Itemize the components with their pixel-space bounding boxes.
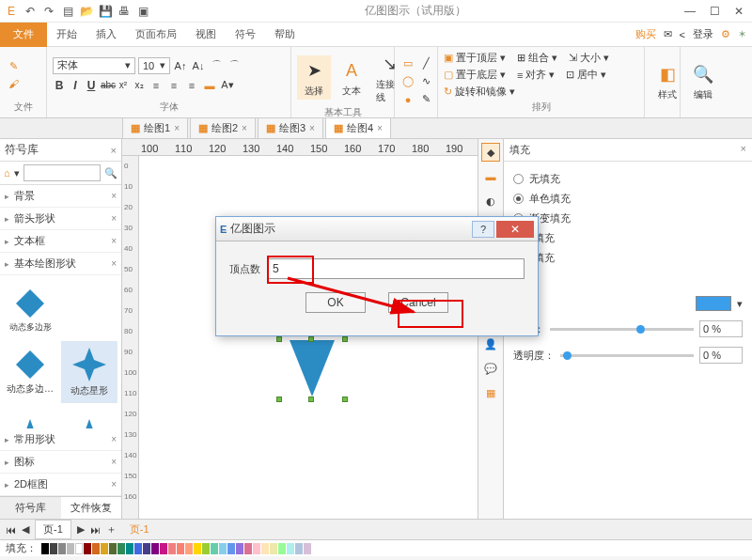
color-chip[interactable] — [236, 543, 243, 554]
color-chip[interactable] — [143, 543, 150, 554]
select-tool-button[interactable]: ➤ 选择 — [297, 55, 331, 100]
shadow-tool-icon[interactable]: ◐ — [481, 192, 500, 210]
color-chip[interactable] — [278, 543, 286, 554]
bold-button[interactable]: B — [53, 79, 66, 92]
fill-texture-a-radio[interactable]: 纹变填充 — [513, 228, 743, 248]
line-spacing-icon[interactable]: ≡ — [166, 78, 181, 93]
format-painter-icon[interactable]: 🖌 — [6, 76, 21, 91]
color-swatch[interactable] — [696, 296, 731, 311]
opacity-value[interactable]: 0 % — [699, 347, 743, 364]
highlight-icon[interactable]: ▬ — [202, 78, 217, 93]
color-chip[interactable] — [58, 543, 66, 554]
doc-tab-4[interactable]: ▦绘图4× — [325, 117, 391, 138]
color-chip[interactable] — [219, 543, 227, 554]
menu-help[interactable]: 帮助 — [265, 23, 305, 45]
opacity-slider[interactable] — [560, 354, 694, 357]
open-icon[interactable]: 📂 — [79, 4, 94, 19]
decrease-font-icon[interactable]: A↓ — [191, 58, 206, 73]
align-button[interactable]: ≡对齐▾ — [517, 68, 555, 82]
add-page-icon[interactable]: ＋ — [106, 522, 117, 537]
font-color-icon[interactable]: A▾ — [220, 78, 235, 93]
rotate-button[interactable]: ↻旋转和镜像▾ — [444, 85, 515, 99]
first-page-icon[interactable]: ⏮ — [6, 524, 16, 536]
brightness-value[interactable]: 0 % — [699, 320, 743, 337]
apps-icon[interactable]: ✶ — [738, 28, 746, 40]
color-chip[interactable] — [304, 543, 311, 554]
doc-tab-1[interactable]: ▦绘图1× — [122, 117, 188, 138]
curve-text2-icon[interactable]: ⌒ — [227, 58, 242, 73]
fill-none-radio[interactable]: 无填充 — [513, 169, 743, 189]
dialog-close-button[interactable]: ✕ — [496, 221, 534, 238]
color-chip[interactable] — [295, 543, 303, 554]
doc-tab-3[interactable]: ▦绘图3× — [258, 117, 323, 138]
color-chip[interactable] — [151, 543, 159, 554]
share-icon[interactable]: < — [680, 29, 685, 40]
color-chip[interactable] — [202, 543, 210, 554]
fill-texture-b-radio[interactable]: 纹理填充 — [513, 248, 743, 268]
category-basic-shapes[interactable]: ▸基本绘图形状× — [0, 253, 121, 275]
mail-icon[interactable]: ✉ — [664, 28, 672, 40]
menu-page-layout[interactable]: 页面布局 — [126, 23, 186, 45]
shape-ellipse-icon[interactable]: ◯ — [400, 74, 415, 89]
close-panel-icon[interactable]: × — [741, 143, 746, 157]
cancel-button[interactable]: Cancel — [388, 292, 448, 313]
color-chip[interactable] — [211, 543, 218, 554]
page-tab-1a[interactable]: 页-1 — [35, 520, 71, 539]
maximize-button[interactable]: ☐ — [705, 4, 724, 19]
export-icon[interactable]: ▣ — [135, 4, 150, 19]
menu-insert[interactable]: 插入 — [86, 23, 126, 45]
minimize-button[interactable]: — — [681, 4, 699, 19]
home-icon[interactable]: ⌂ — [4, 167, 10, 179]
font-name-select[interactable]: 宋体▾ — [53, 57, 135, 74]
shape-pen-icon[interactable]: ✎ — [418, 92, 433, 107]
color-chip[interactable] — [84, 543, 91, 554]
menu-view[interactable]: 视图 — [186, 23, 226, 45]
category-background[interactable]: ▸背景× — [0, 185, 121, 208]
brush-icon[interactable]: ✎ — [6, 59, 21, 74]
layer-tool-icon[interactable]: ▦ — [481, 383, 500, 402]
color-chip[interactable] — [160, 543, 167, 554]
category-common[interactable]: ▸常用形状× — [0, 428, 121, 451]
send-back-button[interactable]: ▢置于底层▾ — [444, 68, 506, 82]
buy-link[interactable]: 购买 — [635, 27, 656, 41]
color-chip[interactable] — [101, 543, 108, 554]
center-button[interactable]: ⊡居中▾ — [566, 68, 606, 82]
bring-front-button[interactable]: ▣置于顶层▾ — [444, 51, 506, 65]
color-chip[interactable] — [50, 543, 57, 554]
fill-tool-icon[interactable]: ◆ — [481, 143, 500, 162]
search-input[interactable] — [24, 164, 101, 181]
prev-page-icon[interactable]: ◀ — [22, 523, 29, 536]
subscript-button[interactable]: x₂ — [133, 80, 146, 90]
font-size-select[interactable]: 10▾ — [138, 57, 170, 74]
menu-start[interactable]: 开始 — [47, 23, 86, 45]
color-chip[interactable] — [118, 543, 125, 554]
color-chip[interactable] — [168, 543, 176, 554]
menu-symbol[interactable]: 符号 — [226, 23, 265, 45]
brightness-slider[interactable] — [550, 328, 694, 331]
line-tool-icon[interactable]: ▬ — [481, 167, 500, 186]
category-arrows[interactable]: ▸箭头形状× — [0, 208, 121, 230]
doc-tab-2[interactable]: ▦绘图2× — [190, 117, 256, 138]
edit-button[interactable]: 🔍 编辑 — [686, 59, 720, 103]
undo-icon[interactable]: ↶ — [23, 4, 38, 19]
close-tab-icon[interactable]: × — [377, 123, 383, 133]
ok-button[interactable]: OK — [306, 292, 366, 313]
search-icon[interactable]: 🔍 — [104, 167, 118, 179]
shape-star-3[interactable] — [61, 403, 118, 428]
color-chip[interactable] — [244, 543, 252, 554]
color-chip[interactable] — [109, 543, 117, 554]
increase-font-icon[interactable]: A↑ — [173, 58, 188, 73]
shape-dynamic-polygon[interactable]: 动态多边形 — [2, 279, 58, 341]
page-tab-1b[interactable]: 页-1 — [122, 521, 157, 538]
shape-dynamic-star[interactable]: 动态星形 — [61, 341, 118, 403]
superscript-button[interactable]: x² — [117, 80, 130, 90]
shape-line-icon[interactable]: ╱ — [418, 56, 433, 71]
color-chip[interactable] — [41, 543, 49, 554]
close-tab-icon[interactable]: × — [174, 123, 180, 133]
next-page-icon[interactable]: ▶ — [77, 523, 85, 536]
close-panel-icon[interactable]: × — [111, 145, 117, 156]
login-link[interactable]: 登录 — [693, 27, 713, 41]
group-button[interactable]: ⊞组合▾ — [517, 51, 557, 65]
color-chip[interactable] — [270, 543, 277, 554]
redo-icon[interactable]: ↷ — [41, 4, 56, 19]
